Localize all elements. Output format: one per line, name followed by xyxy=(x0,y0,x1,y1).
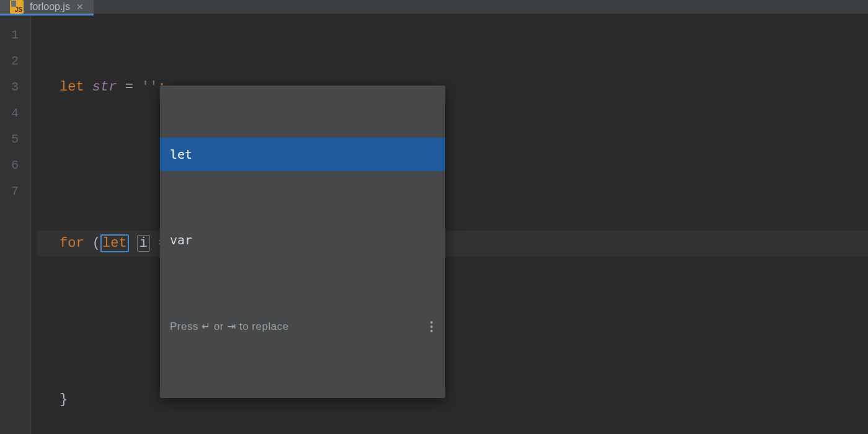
line-number: 5 xyxy=(0,126,30,153)
line-number: 3 xyxy=(0,74,30,100)
token-string: '' xyxy=(141,79,157,95)
token-keyword: let xyxy=(60,79,84,95)
token-variable: str xyxy=(92,79,117,95)
tab-bar: JS forloop.js ✕ xyxy=(0,0,868,14)
line-number: 1 xyxy=(0,22,30,48)
template-field[interactable]: i xyxy=(137,235,150,252)
tab-key-icon: ⇥ xyxy=(227,321,236,332)
completion-item-var[interactable]: var xyxy=(160,223,445,257)
close-icon[interactable]: ✕ xyxy=(76,2,84,11)
js-file-icon: JS xyxy=(10,0,24,14)
line-number: 7 xyxy=(0,179,30,205)
line-number: 6 xyxy=(0,153,30,179)
editor-area: 1 2 3 4 5 6 7 let str = ''; for (let i =… xyxy=(0,14,868,434)
line-number: 4 xyxy=(0,100,30,126)
completion-item-let[interactable]: let xyxy=(160,138,445,171)
tab-filename: forloop.js xyxy=(30,1,70,12)
line-number-gutter: 1 2 3 4 5 6 7 xyxy=(0,14,30,434)
code-area[interactable]: let str = ''; for (let i = 0; i < ; i++)… xyxy=(31,14,868,434)
token-punct: } xyxy=(60,392,68,407)
template-field-selected[interactable]: let xyxy=(100,234,129,252)
token-keyword: for xyxy=(60,236,84,251)
token-operator: = xyxy=(125,79,133,95)
token-punct: ( xyxy=(92,236,100,251)
enter-key-icon: ↵ xyxy=(202,321,211,332)
kebab-menu-icon[interactable] xyxy=(428,319,435,335)
line-number: 2 xyxy=(0,48,30,74)
completion-hint-text: Press ↵ or ⇥ to replace xyxy=(170,314,289,340)
file-tab-forloop[interactable]: JS forloop.js ✕ xyxy=(0,0,94,14)
completion-hint: Press ↵ or ⇥ to replace xyxy=(160,309,445,346)
completion-popup: let var Press ↵ or ⇥ to replace xyxy=(160,86,445,398)
editor-window: JS forloop.js ✕ 1 2 3 4 5 6 7 let str = … xyxy=(0,0,868,434)
js-file-icon-label: JS xyxy=(15,6,22,13)
